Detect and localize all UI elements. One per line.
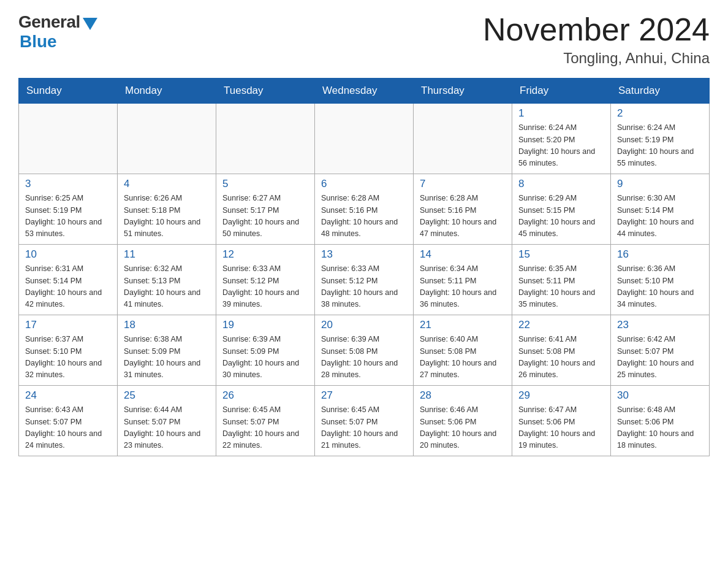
day-number: 28: [420, 389, 506, 402]
day-number: 10: [25, 248, 111, 261]
calendar-cell: [118, 104, 216, 174]
day-info: Sunrise: 6:32 AMSunset: 5:13 PMDaylight:…: [124, 263, 210, 311]
day-info: Sunrise: 6:45 AMSunset: 5:07 PMDaylight:…: [222, 404, 308, 452]
calendar-cell: 23Sunrise: 6:42 AMSunset: 5:07 PMDayligh…: [611, 315, 710, 386]
day-info: Sunrise: 6:36 AMSunset: 5:10 PMDaylight:…: [617, 263, 703, 311]
calendar-cell: 27Sunrise: 6:45 AMSunset: 5:07 PMDayligh…: [315, 386, 414, 456]
day-number: 6: [321, 178, 407, 190]
day-number: 20: [321, 319, 407, 331]
day-info: Sunrise: 6:40 AMSunset: 5:08 PMDaylight:…: [420, 334, 506, 381]
day-number: 11: [124, 248, 210, 261]
day-info: Sunrise: 6:28 AMSunset: 5:16 PMDaylight:…: [321, 193, 407, 240]
day-number: 17: [25, 319, 111, 331]
day-info: Sunrise: 6:39 AMSunset: 5:09 PMDaylight:…: [222, 334, 308, 381]
subtitle: Tongling, Anhui, China: [483, 50, 710, 67]
week-row-2: 10Sunrise: 6:31 AMSunset: 5:14 PMDayligh…: [19, 245, 710, 315]
week-row-0: 1Sunrise: 6:24 AMSunset: 5:20 PMDaylight…: [19, 104, 710, 174]
calendar-cell: 28Sunrise: 6:46 AMSunset: 5:06 PMDayligh…: [414, 386, 512, 456]
day-number: 3: [25, 178, 111, 190]
day-number: 7: [420, 178, 506, 190]
calendar-cell: 30Sunrise: 6:48 AMSunset: 5:06 PMDayligh…: [611, 386, 710, 456]
day-number: 19: [222, 319, 308, 331]
calendar-table: SundayMondayTuesdayWednesdayThursdayFrid…: [18, 78, 710, 456]
calendar-cell: 18Sunrise: 6:38 AMSunset: 5:09 PMDayligh…: [118, 315, 216, 386]
day-number: 4: [124, 178, 210, 190]
weekday-header-sunday: Sunday: [19, 79, 118, 104]
calendar-cell: [19, 104, 118, 174]
calendar-cell: 11Sunrise: 6:32 AMSunset: 5:13 PMDayligh…: [118, 245, 216, 315]
day-info: Sunrise: 6:24 AMSunset: 5:19 PMDaylight:…: [617, 122, 703, 170]
calendar-cell: 16Sunrise: 6:36 AMSunset: 5:10 PMDayligh…: [611, 245, 710, 315]
calendar-cell: 17Sunrise: 6:37 AMSunset: 5:10 PMDayligh…: [19, 315, 118, 386]
title-area: November 2024 Tongling, Anhui, China: [483, 12, 710, 67]
weekday-header-wednesday: Wednesday: [315, 79, 414, 104]
day-info: Sunrise: 6:31 AMSunset: 5:14 PMDaylight:…: [25, 263, 111, 311]
day-info: Sunrise: 6:27 AMSunset: 5:17 PMDaylight:…: [222, 193, 308, 240]
calendar-cell: 1Sunrise: 6:24 AMSunset: 5:20 PMDaylight…: [512, 104, 611, 174]
week-row-3: 17Sunrise: 6:37 AMSunset: 5:10 PMDayligh…: [19, 315, 710, 386]
day-number: 21: [420, 319, 506, 331]
calendar-cell: [414, 104, 512, 174]
day-info: Sunrise: 6:24 AMSunset: 5:20 PMDaylight:…: [518, 122, 604, 170]
day-number: 30: [617, 389, 703, 402]
day-info: Sunrise: 6:29 AMSunset: 5:15 PMDaylight:…: [518, 193, 604, 240]
calendar-cell: 12Sunrise: 6:33 AMSunset: 5:12 PMDayligh…: [216, 245, 315, 315]
week-row-4: 24Sunrise: 6:43 AMSunset: 5:07 PMDayligh…: [19, 386, 710, 456]
header: General Blue November 2024 Tongling, Anh…: [18, 12, 710, 67]
calendar-cell: 8Sunrise: 6:29 AMSunset: 5:15 PMDaylight…: [512, 174, 611, 245]
weekday-header-monday: Monday: [118, 79, 216, 104]
calendar-cell: [216, 104, 315, 174]
day-info: Sunrise: 6:43 AMSunset: 5:07 PMDaylight:…: [25, 404, 111, 452]
day-number: 25: [124, 389, 210, 402]
day-number: 13: [321, 248, 407, 261]
day-info: Sunrise: 6:33 AMSunset: 5:12 PMDaylight:…: [321, 263, 407, 311]
day-number: 23: [617, 319, 703, 331]
logo-blue-text: Blue: [20, 32, 57, 52]
day-info: Sunrise: 6:33 AMSunset: 5:12 PMDaylight:…: [222, 263, 308, 311]
day-info: Sunrise: 6:35 AMSunset: 5:11 PMDaylight:…: [518, 263, 604, 311]
weekday-header-tuesday: Tuesday: [216, 79, 315, 104]
calendar-cell: 25Sunrise: 6:44 AMSunset: 5:07 PMDayligh…: [118, 386, 216, 456]
calendar-cell: 6Sunrise: 6:28 AMSunset: 5:16 PMDaylight…: [315, 174, 414, 245]
calendar-cell: 14Sunrise: 6:34 AMSunset: 5:11 PMDayligh…: [414, 245, 512, 315]
calendar-cell: 24Sunrise: 6:43 AMSunset: 5:07 PMDayligh…: [19, 386, 118, 456]
day-info: Sunrise: 6:26 AMSunset: 5:18 PMDaylight:…: [124, 193, 210, 240]
calendar-cell: 26Sunrise: 6:45 AMSunset: 5:07 PMDayligh…: [216, 386, 315, 456]
calendar-cell: 10Sunrise: 6:31 AMSunset: 5:14 PMDayligh…: [19, 245, 118, 315]
day-number: 24: [25, 389, 111, 402]
day-info: Sunrise: 6:41 AMSunset: 5:08 PMDaylight:…: [518, 334, 604, 381]
calendar-cell: 2Sunrise: 6:24 AMSunset: 5:19 PMDaylight…: [611, 104, 710, 174]
calendar-cell: 29Sunrise: 6:47 AMSunset: 5:06 PMDayligh…: [512, 386, 611, 456]
weekday-header-row: SundayMondayTuesdayWednesdayThursdayFrid…: [19, 79, 710, 104]
day-info: Sunrise: 6:38 AMSunset: 5:09 PMDaylight:…: [124, 334, 210, 381]
day-info: Sunrise: 6:45 AMSunset: 5:07 PMDaylight:…: [321, 404, 407, 452]
logo: General Blue: [18, 12, 97, 52]
day-number: 1: [518, 107, 604, 120]
day-number: 26: [222, 389, 308, 402]
calendar-cell: 20Sunrise: 6:39 AMSunset: 5:08 PMDayligh…: [315, 315, 414, 386]
day-number: 9: [617, 178, 703, 190]
day-info: Sunrise: 6:34 AMSunset: 5:11 PMDaylight:…: [420, 263, 506, 311]
day-info: Sunrise: 6:48 AMSunset: 5:06 PMDaylight:…: [617, 404, 703, 452]
day-info: Sunrise: 6:46 AMSunset: 5:06 PMDaylight:…: [420, 404, 506, 452]
weekday-header-saturday: Saturday: [611, 79, 710, 104]
day-number: 8: [518, 178, 604, 190]
calendar-cell: 7Sunrise: 6:28 AMSunset: 5:16 PMDaylight…: [414, 174, 512, 245]
calendar-cell: 5Sunrise: 6:27 AMSunset: 5:17 PMDaylight…: [216, 174, 315, 245]
logo-triangle-icon: [83, 18, 97, 30]
day-info: Sunrise: 6:28 AMSunset: 5:16 PMDaylight:…: [420, 193, 506, 240]
day-number: 12: [222, 248, 308, 261]
day-info: Sunrise: 6:39 AMSunset: 5:08 PMDaylight:…: [321, 334, 407, 381]
week-row-1: 3Sunrise: 6:25 AMSunset: 5:19 PMDaylight…: [19, 174, 710, 245]
day-number: 15: [518, 248, 604, 261]
day-info: Sunrise: 6:37 AMSunset: 5:10 PMDaylight:…: [25, 334, 111, 381]
calendar-cell: 19Sunrise: 6:39 AMSunset: 5:09 PMDayligh…: [216, 315, 315, 386]
day-number: 14: [420, 248, 506, 261]
day-info: Sunrise: 6:47 AMSunset: 5:06 PMDaylight:…: [518, 404, 604, 452]
day-info: Sunrise: 6:30 AMSunset: 5:14 PMDaylight:…: [617, 193, 703, 240]
calendar-cell: 13Sunrise: 6:33 AMSunset: 5:12 PMDayligh…: [315, 245, 414, 315]
calendar-cell: 21Sunrise: 6:40 AMSunset: 5:08 PMDayligh…: [414, 315, 512, 386]
calendar-cell: 3Sunrise: 6:25 AMSunset: 5:19 PMDaylight…: [19, 174, 118, 245]
logo-general-text: General: [18, 12, 80, 32]
day-info: Sunrise: 6:25 AMSunset: 5:19 PMDaylight:…: [25, 193, 111, 240]
